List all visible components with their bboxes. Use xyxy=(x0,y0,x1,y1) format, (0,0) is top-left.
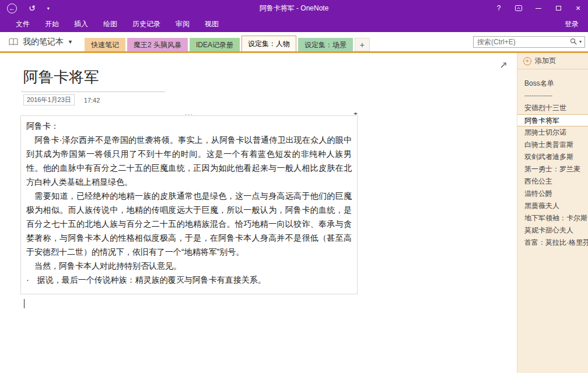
plus-circle-icon: + xyxy=(523,57,531,65)
container-move-handle[interactable]: ··· xyxy=(185,110,194,118)
page-canvas[interactable]: 阿鲁卡将军 2016年1月23日 17:42 ··· ◂▸ 阿鲁卡： 阿鲁卡·泽… xyxy=(0,53,517,373)
notebook-icon xyxy=(8,37,19,47)
add-page-button[interactable]: + 添加页 xyxy=(517,53,588,69)
ribbon-tab-bar: 文件 开始 插入 绘图 历史记录 审阅 视图 登录 xyxy=(0,16,588,32)
page-list-item[interactable]: 黑蔷薇夫人 xyxy=(517,200,588,212)
quick-access-toolbar-button[interactable]: ▾ xyxy=(47,6,50,11)
back-icon: ← xyxy=(7,3,17,13)
chevron-down-icon: ▾ xyxy=(579,39,582,44)
page-list-item[interactable]: Boss名单 xyxy=(517,78,588,90)
page-list-item[interactable]: 安德烈十三世 xyxy=(517,102,588,114)
ribbon-tab-view[interactable]: 视图 xyxy=(197,16,226,32)
page-list-item[interactable]: 首富：莫拉比·格里芬 xyxy=(517,237,588,249)
note-paragraph: · 据说，最后一个传说种族：精灵族的覆灭与阿鲁卡有直接关系。 xyxy=(26,273,352,287)
page-list-item[interactable]: 黑骑士切尔诺 xyxy=(517,126,588,139)
titlebar-left-controls: ← ↺ ▾ xyxy=(0,3,50,13)
section-tab-settings-scenes[interactable]: 设定集：场景 xyxy=(298,38,353,51)
chevron-down-icon: ▾ xyxy=(47,6,50,11)
note-paragraph: 阿鲁卡： xyxy=(26,119,352,133)
minimize-button[interactable] xyxy=(528,0,548,16)
notebook-name: 我的笔记本 xyxy=(23,37,64,47)
notebook-switcher[interactable]: 我的笔记本 ▼ xyxy=(0,37,80,47)
note-container[interactable]: ··· ◂▸ 阿鲁卡： 阿鲁卡·泽尔西并不是帝国的世袭将领。事实上，从阿鲁卡以普… xyxy=(20,115,358,294)
search-icon xyxy=(570,38,578,45)
page-list-item[interactable]: 白骑士奥普雷斯 xyxy=(517,139,588,151)
ribbon-tab-draw[interactable]: 绘图 xyxy=(96,16,125,32)
titlebar: ← ↺ ▾ 阿鲁卡将军 - OneNote ? xyxy=(0,0,588,16)
undo-button[interactable]: ↺ xyxy=(29,3,36,13)
back-button[interactable]: ← xyxy=(7,3,17,13)
page-list-item[interactable]: 温特公爵 xyxy=(517,188,588,200)
search-box: ▾ xyxy=(473,36,585,48)
page-list-sidebar: + 添加页 Boss名单 ------------ 安德烈十三世 阿鲁卡将军 黑… xyxy=(517,53,588,373)
container-resize-handle[interactable]: ◂▸ xyxy=(354,111,357,116)
section-tab-settings-characters[interactable]: 设定集：人物 xyxy=(242,36,296,51)
ribbon-tab-file[interactable]: 文件 xyxy=(8,16,37,32)
ribbon-tab-insert[interactable]: 插入 xyxy=(66,16,96,32)
maximize-button[interactable] xyxy=(548,0,568,16)
title-underline xyxy=(21,92,165,92)
page-list-item[interactable]: 西伦公主 xyxy=(517,175,588,188)
main-area: 阿鲁卡将军 2016年1月23日 17:42 ··· ◂▸ 阿鲁卡： 阿鲁卡·泽… xyxy=(0,53,588,373)
note-paragraph: 阿鲁卡·泽尔西并不是帝国的世袭将领。事实上，从阿鲁卡以普通侍卫出现在众人的眼中到… xyxy=(26,133,352,189)
sign-in-button[interactable]: 登录 xyxy=(555,16,588,32)
text-cursor xyxy=(24,299,24,308)
ribbon-tab-history[interactable]: 历史记录 xyxy=(125,16,168,32)
ribbon-display-icon xyxy=(514,4,523,12)
onenote-window: ← ↺ ▾ 阿鲁卡将军 - OneNote ? xyxy=(0,0,588,373)
note-paragraph: 当然，阿鲁卡本人对此持特别否认意见。 xyxy=(26,259,352,273)
page-list-item[interactable]: 第一勇士：罗兰麦 xyxy=(517,163,588,175)
help-button[interactable]: ? xyxy=(489,0,509,16)
page-date[interactable]: 2016年1月23日 xyxy=(23,94,75,105)
section-tab-quick-notes[interactable]: 快速笔记 xyxy=(85,38,125,51)
close-icon: × xyxy=(576,3,580,13)
notebook-navigation-bar: 我的笔记本 ▼ 快速笔记 魔王2 头脑风暴 IDEA记录册 设定集：人物 设定集… xyxy=(0,32,588,51)
ribbon-display-options-button[interactable] xyxy=(509,0,528,16)
page-list: Boss名单 ------------ 安德烈十三世 阿鲁卡将军 黑骑士切尔诺 … xyxy=(517,78,588,249)
section-tab-idea-notebook[interactable]: IDEA记录册 xyxy=(190,38,240,51)
section-tabs: 快速笔记 魔王2 头脑风暴 IDEA记录册 设定集：人物 设定集：场景 + xyxy=(85,32,372,51)
minimize-icon xyxy=(536,8,541,9)
full-page-view-button[interactable] xyxy=(499,61,508,72)
expand-diagonal-icon xyxy=(499,61,508,69)
page-date-row: 2016年1月23日 17:42 xyxy=(23,94,517,105)
undo-icon: ↺ xyxy=(29,3,36,13)
page-title[interactable]: 阿鲁卡将军 xyxy=(23,67,517,87)
page-time[interactable]: 17:42 xyxy=(84,97,100,104)
window-controls: ? × xyxy=(489,0,588,16)
page-list-item[interactable]: ------------ xyxy=(517,90,588,102)
chevron-down-icon: ▼ xyxy=(68,39,73,45)
page-list-item[interactable]: 双剑武者迪多斯 xyxy=(517,151,588,163)
maximize-icon xyxy=(556,6,561,10)
add-page-label: 添加页 xyxy=(535,56,556,66)
add-section-button[interactable]: + xyxy=(355,38,370,51)
page-list-item[interactable]: 地下军领袖：卡尔斯 xyxy=(517,212,588,224)
note-paragraph: 需要知道，已经绝种的地精一族的皮肤通常也是绿色，这一点与身高远高于他们的巨魔极为… xyxy=(26,189,352,259)
search-controls[interactable]: ▾ xyxy=(567,37,584,47)
close-button[interactable]: × xyxy=(568,0,588,16)
page-list-item[interactable]: 莫妮卡甜心夫人 xyxy=(517,224,588,237)
ribbon-tab-home[interactable]: 开始 xyxy=(37,16,66,32)
ribbon-tab-review[interactable]: 审阅 xyxy=(168,16,197,32)
search-input[interactable] xyxy=(474,38,567,46)
page-list-item-selected[interactable]: 阿鲁卡将军 xyxy=(517,114,588,126)
section-tab-brainstorm[interactable]: 魔王2 头脑风暴 xyxy=(127,38,188,51)
help-icon: ? xyxy=(497,4,501,12)
